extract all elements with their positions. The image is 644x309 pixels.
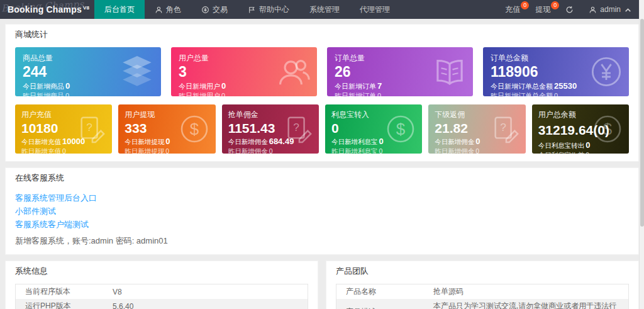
stat-card-user-balance-total: 用户总余额 31219.64(0) 今日利息宝转出0 今日利息宝收益0 $: [532, 104, 629, 154]
withdraw-button[interactable]: 提现 0: [528, 0, 558, 19]
dollar-circle-icon: $: [386, 114, 416, 144]
system-info-table: 当前程序版本V8 运行PHP版本5.6.40 ThinkPHP版本5.1.38 …: [15, 284, 308, 309]
product-team-panel: 产品团队 产品名称抢单源码 产品描述本产品只为学习测试交流,请勿拿做商业或者用于…: [326, 261, 639, 309]
svg-text:$: $: [189, 120, 199, 138]
service-client-test-link[interactable]: 客服系统客户端测试: [15, 220, 629, 229]
nav-item-home[interactable]: 后台首页: [94, 0, 145, 19]
user-name: admin: [600, 5, 621, 14]
svg-text:?: ?: [87, 121, 93, 133]
layers-icon: [119, 56, 155, 87]
users-icon: [277, 56, 311, 87]
product-team-title: 产品团队: [326, 261, 638, 280]
person-icon: [589, 6, 597, 14]
dollar-circle-icon: $: [179, 114, 209, 144]
stat-card-order-amount-total: 订单总金额 118906 今日新增订单总金额25530 昨日新增订单总金额0: [483, 47, 629, 96]
service-admin-entry-link[interactable]: 客服系统管理后台入口: [15, 193, 629, 203]
stats-row-1: 商品总量 244 今日新增商品0 昨日新增商品0 用户总量 3 今日新增用户0 …: [6, 43, 638, 96]
recharge-button[interactable]: 充值 0: [497, 0, 528, 19]
trade-icon: [201, 6, 209, 14]
service-panel-title: 在线客服系统: [6, 168, 638, 187]
refresh-icon: [565, 6, 574, 14]
svg-text:$: $: [603, 120, 613, 138]
stats-panel-title: 商城统计: [6, 25, 638, 43]
nav-item-agent-management[interactable]: 代理管理: [350, 0, 400, 19]
stat-card-sub-rebate: 下级返佣 21.82 今日新增佣金0 昨日新增佣金0 ?: [428, 104, 525, 154]
svg-text:$: $: [396, 120, 406, 138]
product-team-table: 产品名称抢单源码 产品描述本产品只为学习测试交流,请勿拿做商业或者用于违法行为,…: [336, 284, 629, 309]
stat-card-products-total: 商品总量 244 今日新增商品0 昨日新增商品0: [15, 47, 161, 96]
main-content: 商城统计 商品总量 244 今日新增商品0 昨日新增商品0 用户总量 3 今日新…: [0, 19, 644, 309]
top-navbar: Booking Champs Booking Champs V8 后台首页 角色…: [0, 0, 644, 19]
scrollbar-thumb[interactable]: [640, 19, 644, 227]
document-edit-icon: ?: [284, 114, 313, 144]
main-nav: 后台首页 角色 交易 帮助中心 系统管理 代理管理: [94, 0, 400, 19]
chevron-up-icon: [624, 6, 630, 13]
table-row: 当前程序版本V8: [16, 284, 308, 300]
nav-item-help-center[interactable]: 帮助中心: [238, 0, 299, 19]
page-scrollbar[interactable]: [639, 0, 644, 309]
stat-card-order-commission: 抢单佣金 1151.43 今日新增佣金684.49 昨日新增佣金0 ?: [222, 104, 319, 154]
service-credentials-note: 新增客服系统，账号:admin 密码: admin01: [15, 235, 629, 247]
stat-card-interest-in: 利息宝转入 0 今日新增利息宝0 昨日新增利息宝0 $: [325, 104, 422, 154]
document-edit-icon: ?: [491, 114, 519, 144]
stat-card-user-withdraw: 用户提现 333 今日新增提现0 昨日新增提现0 $: [118, 104, 215, 154]
yen-circle-icon: [590, 55, 623, 88]
stat-card-user-recharge: 用户充值 10180 今日新增充值10000 昨日新增充值0 ?: [15, 104, 112, 154]
table-row: 产品描述本产品只为学习测试交流,请勿拿做商业或者用于违法行为,一切后果自负: [336, 299, 629, 309]
stats-row-2: 用户充值 10180 今日新增充值10000 昨日新增充值0 ? 用户提现 33…: [6, 96, 638, 161]
refresh-button[interactable]: [558, 0, 581, 19]
system-info-title: 系统信息: [6, 261, 318, 280]
stats-panel: 商城统计 商品总量 244 今日新增商品0 昨日新增商品0 用户总量 3 今日新…: [5, 24, 639, 162]
system-info-panel: 系统信息 当前程序版本V8 运行PHP版本5.6.40 ThinkPHP版本5.…: [5, 261, 318, 309]
user-icon: [155, 6, 163, 14]
nav-item-roles[interactable]: 角色: [145, 0, 191, 19]
widget-test-link[interactable]: 小部件测试: [15, 206, 629, 216]
table-row: 产品名称抢单源码: [336, 284, 629, 300]
user-menu[interactable]: admin: [581, 0, 638, 19]
nav-item-system-management[interactable]: 系统管理: [299, 0, 350, 19]
dollar-circle-icon: $: [592, 114, 623, 144]
navbar-right: 充值 0 提现 0 admin: [497, 0, 644, 19]
stat-card-orders-total: 订单总量 26 今日新增订单7 昨日新增订单0: [327, 47, 473, 96]
logo-version: V8: [83, 5, 89, 11]
table-row: 运行PHP版本5.6.40: [16, 299, 308, 309]
stat-card-users-total: 用户总量 3 今日新增用户0 昨日新增用户0: [171, 47, 317, 96]
nav-item-trade[interactable]: 交易: [191, 0, 238, 19]
bottom-panels: 系统信息 当前程序版本V8 运行PHP版本5.6.40 ThinkPHP版本5.…: [5, 261, 639, 309]
book-icon: [433, 57, 467, 87]
app-logo: Booking Champs Booking Champs V8: [0, 0, 94, 19]
service-panel: 在线客服系统 客服系统管理后台入口 小部件测试 客服系统客户端测试 新增客服系统…: [5, 167, 639, 255]
logo-text: Booking Champs: [8, 4, 82, 14]
flag-icon: [248, 6, 256, 14]
document-edit-icon: ?: [77, 114, 106, 144]
svg-text:?: ?: [293, 121, 299, 133]
svg-text:?: ?: [500, 121, 506, 133]
